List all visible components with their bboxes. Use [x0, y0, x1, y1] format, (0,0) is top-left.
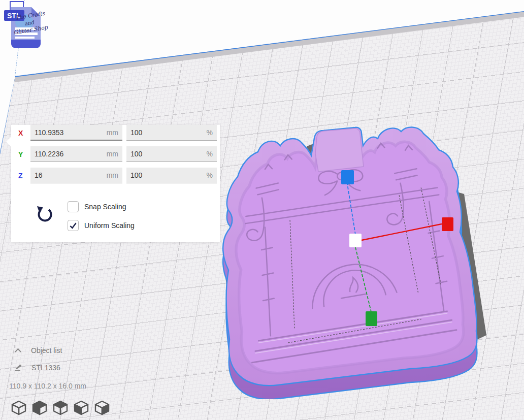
scale-handle-x[interactable] [442, 217, 453, 231]
scale-y-percent-unit: % [207, 150, 213, 158]
snap-scaling-checkbox[interactable] [68, 201, 79, 212]
view-front-icon [31, 400, 48, 416]
view-left-button[interactable] [73, 399, 90, 416]
scale-x-percent-unit: % [207, 128, 213, 137]
pencil-icon [14, 364, 22, 372]
scale-z-mm-value: 16 [35, 171, 43, 179]
axis-y-label: Y [18, 150, 30, 158]
checkmark-icon [69, 221, 77, 230]
model-fireplace-mold[interactable] [217, 117, 522, 399]
object-list-item[interactable]: STL1336 [14, 364, 60, 372]
axis-z-label: Z [18, 172, 30, 180]
scale-x-percent-value: 100 [130, 128, 142, 137]
view-top-button[interactable] [52, 399, 69, 416]
view-top-icon [52, 400, 69, 416]
view-orientation-toolbar [10, 399, 111, 416]
uniform-scaling-label: Uniform Scaling [84, 221, 135, 230]
scale-handle-y[interactable] [366, 311, 377, 326]
reset-rotate-ccw-icon [35, 205, 54, 225]
uniform-scaling-row: Uniform Scaling [68, 220, 135, 231]
model-chimney-block [315, 128, 364, 172]
scale-x-mm-value: 110.9353 [35, 128, 63, 137]
object-name: STL1336 [31, 364, 60, 372]
scale-z-percent-value: 100 [130, 171, 142, 179]
scale-tool-panel: X 110.9353 mm 100 % Y 110.2236 mm 100 % … [11, 125, 220, 242]
view-front-button[interactable] [31, 399, 48, 416]
object-dimensions: 110.9 x 110.2 x 16.0 mm [9, 382, 86, 390]
snap-scaling-row: Snap Scaling [68, 201, 126, 212]
scale-z-mm-unit: mm [107, 171, 118, 179]
scale-y-mm-value: 110.2236 [35, 150, 63, 158]
scale-z-mm-input[interactable]: 16 mm [30, 168, 122, 183]
scale-x-mm-input[interactable]: 110.9353 mm [30, 125, 122, 141]
scale-handle-z[interactable] [341, 170, 354, 184]
snap-scaling-label: Snap Scaling [84, 203, 126, 211]
scale-y-mm-unit: mm [107, 150, 118, 158]
scale-handle-center[interactable] [349, 234, 362, 247]
scale-row-x: X 110.9353 mm 100 % [18, 125, 220, 141]
scale-y-percent-input[interactable]: 100 % [126, 146, 217, 162]
view-left-icon [73, 400, 89, 416]
object-list-header[interactable]: Object list [14, 346, 62, 354]
scale-y-mm-input[interactable]: 110.2236 mm [30, 146, 122, 162]
uniform-scaling-checkbox[interactable] [68, 220, 79, 231]
object-list-title: Object list [31, 346, 62, 354]
chevron-up-icon [14, 348, 22, 353]
scale-x-mm-unit: mm [107, 128, 118, 137]
view-3d-icon [11, 400, 27, 416]
view-right-icon [94, 400, 110, 416]
scale-row-y: Y 110.2236 mm 100 % [18, 146, 220, 162]
axis-x-label: X [18, 129, 30, 137]
scale-z-percent-unit: % [207, 171, 213, 179]
object-dimensions-row: 110.9 x 110.2 x 16.0 mm [9, 382, 86, 390]
reset-scale-button[interactable] [35, 205, 55, 227]
shop-logo: STL The Crafts and Glitter Shop [3, 1, 50, 52]
scale-y-percent-value: 100 [130, 150, 142, 158]
view-3d-button[interactable] [10, 399, 27, 416]
view-right-button[interactable] [93, 399, 111, 416]
scale-x-percent-input[interactable]: 100 % [126, 125, 217, 141]
scale-z-percent-input[interactable]: 100 % [126, 168, 217, 183]
scale-row-z: Z 16 mm 100 % [18, 168, 220, 183]
